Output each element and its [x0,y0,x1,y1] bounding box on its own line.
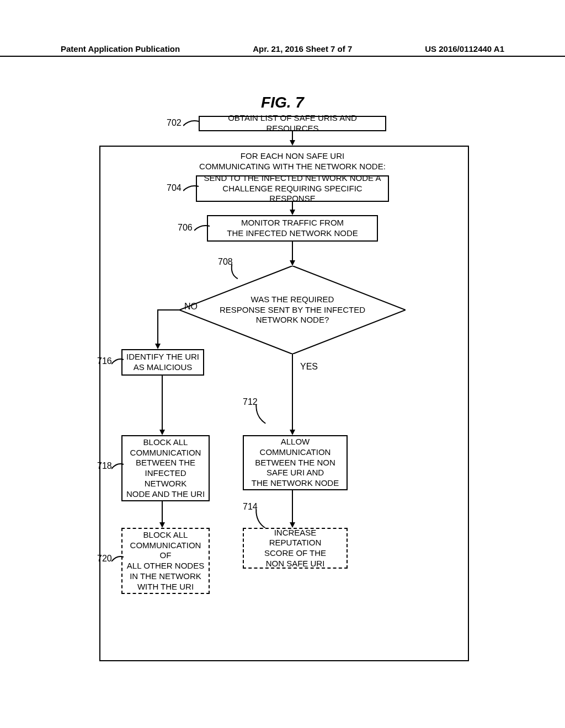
step-send-challenge: SEND TO THE INFECTED NETWORK NODE A CHAL… [196,175,389,202]
arrow [292,490,293,523]
step-allow-communication: ALLOW COMMUNICATION BETWEEN THE NON SAFE… [243,435,348,490]
flowchart: OBTAIN LIST OF SAFE URIS AND RESOURCES 7… [83,116,480,662]
leader-718 [111,462,128,470]
arrow [157,309,158,345]
arrow [162,376,163,431]
leader-706 [194,224,211,232]
arrow [292,242,293,261]
leader-704 [183,184,200,192]
patent-header: Patent Application Publication Apr. 21, … [0,44,565,57]
ref-702: 702 [167,118,182,128]
ref-706: 706 [178,223,193,233]
arrow-head [290,522,295,528]
header-left: Patent Application Publication [61,44,180,53]
figure-title: FIG. 7 [0,94,565,111]
loop-header-text: FOR EACH NON SAFE URI COMMUNICATING WITH… [199,151,386,172]
decision-text: WAS THE REQUIRED RESPONSE SENT BY THE IN… [220,295,365,325]
arrow-head [290,430,295,435]
ref-704: 704 [167,183,182,193]
step-monitor-traffic: MONITOR TRAFFIC FROM THE INFECTED NETWOR… [207,215,378,242]
step-allow-communication-text: ALLOW COMMUNICATION BETWEEN THE NON SAFE… [247,437,343,489]
step-block-node-uri-text: BLOCK ALL COMMUNICATION BETWEEN THE INFE… [126,437,205,500]
step-monitor-traffic-text: MONITOR TRAFFIC FROM THE INFECTED NETWOR… [227,218,358,239]
step-block-all-nodes-text: BLOCK ALL COMMUNICATION OF ALL OTHER NOD… [126,530,205,592]
leader-720 [111,555,128,563]
leader-716 [111,357,128,365]
decision-response-sent: WAS THE REQUIRED RESPONSE SENT BY THE IN… [179,266,406,354]
ref-716: 716 [97,356,112,366]
arrow [292,354,293,431]
ref-718: 718 [97,461,112,471]
step-increase-reputation-text: INCREASE REPUTATION SCORE OF THE NON SAF… [247,528,343,569]
step-block-node-uri: BLOCK ALL COMMUNICATION BETWEEN THE INFE… [121,435,210,501]
step-increase-reputation: INCREASE REPUTATION SCORE OF THE NON SAF… [243,528,348,569]
arrow-head [159,430,165,435]
header-middle: Apr. 21, 2016 Sheet 7 of 7 [253,44,352,53]
arrow-head [290,260,295,266]
step-block-all-nodes: BLOCK ALL COMMUNICATION OF ALL OTHER NOD… [121,528,210,594]
header-right: US 2016/0112440 A1 [425,44,504,53]
label-no: NO [184,301,198,312]
arrow-head [155,344,161,349]
step-identify-malicious-text: IDENTIFY THE URI AS MALICIOUS [126,352,199,373]
step-obtain-list: OBTAIN LIST OF SAFE URIS AND RESOURCES [199,116,386,131]
step-identify-malicious: IDENTIFY THE URI AS MALICIOUS [121,349,204,376]
step-send-challenge-text: SEND TO THE INFECTED NETWORK NODE A CHAL… [200,173,385,204]
arrow-head [290,140,295,146]
leader-702 [183,119,200,127]
arrow-head [159,522,165,528]
arrow-head [290,210,295,215]
ref-720: 720 [97,554,112,564]
label-yes: YES [300,361,318,372]
arrow [157,309,180,311]
arrow [162,501,163,523]
